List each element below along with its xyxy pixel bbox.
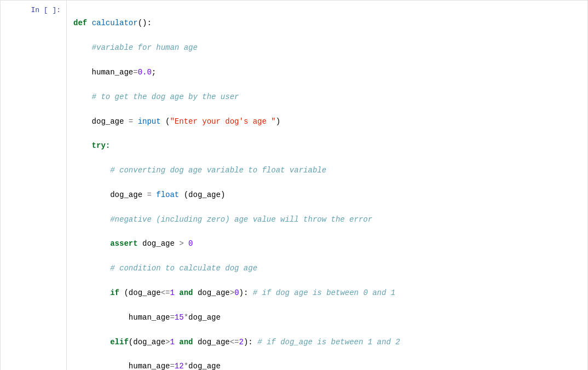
code-block: def calculator(): #variable for human ag…	[73, 5, 581, 370]
line-13: human_age=15*dog_age	[73, 313, 221, 322]
notebook-cell: In [ ]: def calculator(): #variable for …	[0, 0, 588, 370]
line-15: human_age=12*dog_age	[73, 362, 221, 370]
cell-content[interactable]: def calculator(): #variable for human ag…	[66, 1, 587, 370]
line-3: human_age=0.0;	[73, 68, 156, 77]
line-4: # to get the dog age by the user	[73, 92, 239, 101]
line-1: def calculator():	[73, 19, 152, 27]
line-7: # converting dog age variable to float v…	[73, 166, 326, 175]
line-5: dog_age = input ("Enter your dog's age "…	[73, 117, 280, 126]
line-2: #variable for human age	[73, 43, 198, 52]
line-8: dog_age = float (dog_age)	[73, 190, 225, 199]
line-11: # condition to calculate dog age	[73, 264, 257, 273]
line-9: #negative (including zero) age value wil…	[73, 215, 372, 224]
cell-label: In [ ]:	[1, 1, 66, 370]
line-12: if (dog_age<=1 and dog_age>0): # if dog …	[73, 288, 395, 297]
line-14: elif(dog_age>1 and dog_age<=2): # if dog…	[73, 338, 400, 346]
line-6: try:	[73, 141, 110, 150]
line-10: assert dog_age > 0	[73, 239, 193, 248]
cell-label-text: In [ ]:	[31, 6, 61, 14]
